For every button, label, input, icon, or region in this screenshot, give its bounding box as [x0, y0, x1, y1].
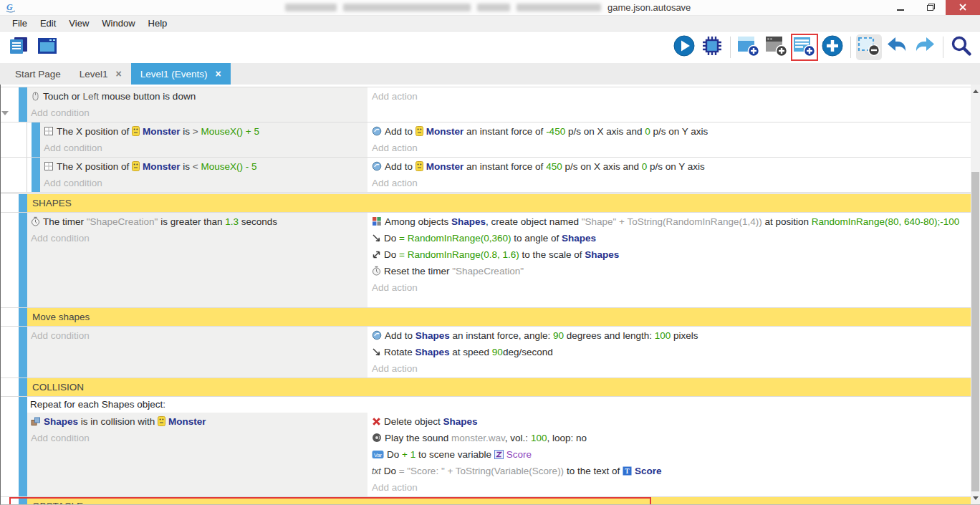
tab-label: Level1 (Events) — [140, 69, 208, 80]
add-condition[interactable]: Add condition — [31, 231, 363, 246]
action-line[interactable]: Add to Monster an instant force of 450 p… — [372, 159, 966, 175]
action-line[interactable]: Play the sound monster.wav, vol.: 100, l… — [372, 431, 966, 447]
menu-item-view[interactable]: View — [62, 18, 95, 29]
indent-gutter — [1, 497, 27, 504]
condition-line[interactable]: The X position of Monster is > MouseX() … — [44, 124, 363, 140]
collapse-arrow-icon[interactable] — [1, 111, 9, 115]
condition-line[interactable]: Shapes is in collision with Monster — [31, 414, 363, 431]
menu-item-file[interactable]: File — [6, 18, 34, 29]
actions-cell[interactable]: Add to Monster an instant force of -450 … — [368, 122, 971, 157]
undo-button[interactable] — [884, 34, 910, 60]
conditions-cell[interactable]: The timer "ShapeCreation" is greater tha… — [27, 213, 368, 307]
action-line[interactable]: txtDo = "Score: " + ToString(Variable(Sc… — [372, 463, 966, 480]
minimize-button[interactable] — [885, 0, 916, 15]
indent-bar — [19, 87, 27, 122]
action-line[interactable]: Add to Monster an instant force of -450 … — [372, 124, 966, 140]
indent-gutter — [1, 397, 27, 496]
text-segment: Monster — [143, 161, 181, 172]
actions-cell[interactable]: Among objects Shapes, create object name… — [368, 213, 971, 307]
tab-start-page[interactable]: Start Page — [6, 63, 70, 85]
tab-level1[interactable]: Level1× — [70, 63, 131, 85]
redo-button[interactable] — [912, 34, 938, 60]
actions-cell[interactable]: Delete object ShapesPlay the sound monst… — [368, 413, 971, 496]
action-line[interactable]: Do = RandomInRange(0,360) to angle of Sh… — [372, 231, 966, 247]
add-condition[interactable]: Add condition — [44, 175, 363, 191]
scroll-down-button[interactable] — [971, 493, 980, 503]
action-line[interactable]: VarDo + 1 to scene variable Score — [372, 447, 966, 463]
tab-close-icon[interactable]: × — [216, 68, 221, 80]
menu-item-help[interactable]: Help — [142, 18, 174, 29]
scroll-up-button[interactable] — [971, 86, 980, 96]
event-cells: The timer "ShapeCreation" is greater tha… — [27, 213, 971, 307]
maximize-button[interactable] — [916, 0, 946, 15]
text-segment: "ShapeCreation" — [452, 266, 524, 276]
add-condition[interactable]: Add condition — [44, 140, 363, 155]
text-segment: p/s on X axis and — [562, 161, 642, 172]
add-subevent-button[interactable] — [792, 34, 817, 60]
group-header[interactable]: SHAPES — [27, 194, 971, 212]
text-segment: Shapes — [415, 330, 450, 341]
conditions-cell[interactable]: Shapes is in collision with MonsterAdd c… — [27, 413, 368, 496]
text-segment: p/s on Y axis — [650, 126, 708, 137]
text-segment: = RandomInRange(0.8, 1.6) — [399, 249, 519, 260]
add-action[interactable]: Add action — [372, 175, 966, 191]
actions-cell[interactable]: Add to Monster an instant force of 450 p… — [368, 158, 971, 192]
text-segment: 100 — [531, 433, 547, 443]
add-comment-button[interactable] — [764, 34, 789, 60]
scrollbar-thumb[interactable] — [971, 172, 979, 491]
condition-line[interactable]: Touch or Left mouse button is down — [31, 89, 363, 105]
add-condition[interactable]: Add condition — [31, 328, 363, 343]
text-segment: 90 — [492, 347, 503, 357]
play-button[interactable] — [671, 34, 697, 60]
conditions-cell[interactable]: The X position of Monster is > MouseX() … — [40, 122, 368, 157]
add-action[interactable]: Add action — [372, 361, 966, 376]
condition-line[interactable]: The X position of Monster is < MouseX() … — [44, 159, 363, 175]
project-manager-icon — [8, 36, 29, 59]
text-segment: no — [576, 433, 587, 443]
tab-close-icon[interactable]: × — [116, 68, 122, 80]
vertical-scrollbar[interactable] — [971, 85, 980, 504]
text-segment: p/s on X axis and — [565, 126, 645, 137]
project-manager-button[interactable] — [6, 34, 32, 60]
menu-item-window[interactable]: Window — [95, 18, 141, 29]
text-segment: mouse button is down — [99, 91, 196, 102]
search-button[interactable] — [948, 34, 974, 60]
foreach-header[interactable]: Repeat for each Shapes object: — [27, 397, 971, 413]
text-segment: deg/second — [503, 347, 553, 357]
add-condition[interactable]: Add condition — [31, 105, 363, 120]
scene-editor-button[interactable] — [34, 34, 60, 60]
condition-line[interactable]: The timer "ShapeCreation" is greater tha… — [31, 214, 363, 231]
group-header[interactable]: OBSTACLE — [27, 497, 971, 504]
deactivate-button[interactable] — [856, 34, 882, 60]
add-event-button[interactable] — [736, 34, 762, 60]
add-action[interactable]: Add action — [372, 480, 966, 495]
action-line[interactable]: Reset the timer "ShapeCreation" — [372, 264, 966, 280]
action-line[interactable]: Add to Shapes an instant force, angle: 9… — [372, 328, 966, 345]
action-line[interactable]: Among objects Shapes, create object name… — [372, 214, 966, 231]
text-segment: is — [181, 126, 193, 137]
conditions-cell[interactable]: Touch or Left mouse button is downAdd co… — [27, 87, 368, 122]
add-action[interactable]: Add action — [372, 89, 966, 104]
debug-button[interactable] — [699, 34, 725, 60]
text-segment: 0 — [645, 126, 650, 137]
action-line[interactable]: Rotate Shapes at speed 90deg/second — [372, 345, 966, 361]
conditions-cell[interactable]: The X position of Monster is < MouseX() … — [40, 158, 368, 192]
action-line[interactable]: Delete object Shapes — [372, 414, 966, 431]
text-segment: , create object named — [486, 216, 582, 227]
actions-cell[interactable]: Add action — [368, 87, 971, 122]
group-header[interactable]: Move shapes — [27, 308, 971, 326]
menu-item-edit[interactable]: Edit — [34, 18, 62, 29]
actions-cell[interactable]: Add to Shapes an instant force, angle: 9… — [368, 327, 971, 377]
close-button[interactable] — [946, 0, 980, 15]
action-line[interactable]: Do = RandomInRange(0.8, 1.6) to the scal… — [372, 247, 966, 264]
text-segment: seconds — [239, 216, 277, 227]
add-condition[interactable]: Add condition — [31, 431, 363, 446]
text-segment: < — [193, 161, 201, 172]
timer-icon — [31, 216, 40, 231]
tab-level1-events[interactable]: Level1 (Events)× — [131, 63, 231, 85]
add-action[interactable]: Add action — [372, 280, 966, 295]
add-circle-button[interactable] — [820, 34, 845, 60]
group-header[interactable]: COLLISION — [27, 378, 971, 396]
add-action[interactable]: Add action — [372, 140, 966, 155]
conditions-cell[interactable]: Add condition — [27, 327, 368, 377]
